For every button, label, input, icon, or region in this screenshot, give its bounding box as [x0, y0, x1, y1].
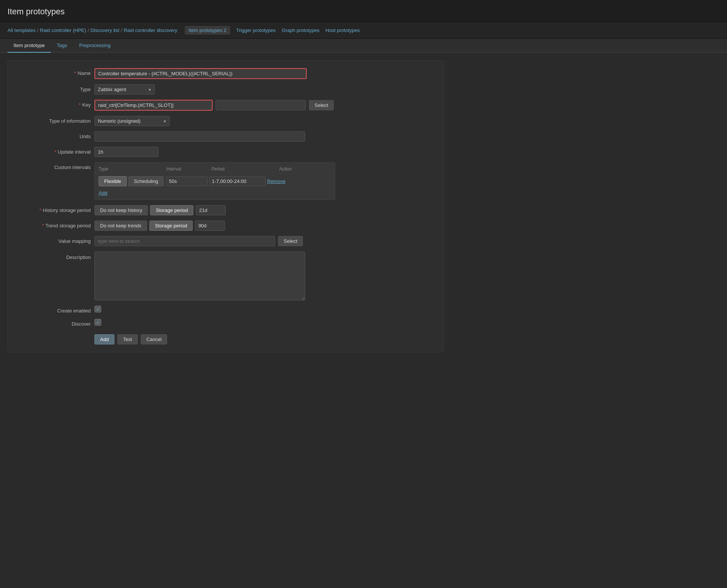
create-enabled-label: Create enabled — [15, 306, 91, 314]
ci-type-col: Type — [99, 166, 166, 172]
discover-row: Discover — [15, 319, 436, 327]
name-label: *Name — [15, 68, 91, 76]
history-value-input[interactable] — [196, 205, 226, 215]
history-no-keep-btn[interactable]: Do not keep history — [94, 205, 148, 215]
test-button[interactable]: Test — [117, 334, 138, 344]
history-row: *History storage period Do not keep hist… — [15, 205, 436, 215]
intervals-header: Type Interval Period Action — [99, 166, 331, 173]
history-storage-row: Do not keep history Storage period — [94, 205, 226, 215]
breadcrumb-raid-controller[interactable]: Raid controller (HPE) — [40, 27, 86, 33]
form-section: *Name Type Zabbix agent ▼ *Key — [8, 60, 444, 352]
breadcrumb-discovery-list[interactable]: Discovery list — [91, 27, 120, 33]
breadcrumb-sep-3: / — [121, 27, 122, 33]
units-row: Units — [15, 131, 436, 142]
name-input[interactable] — [95, 69, 306, 78]
name-row: *Name — [15, 68, 436, 79]
history-storage-btn[interactable]: Storage period — [150, 205, 193, 215]
key-input-wrapper — [94, 100, 213, 111]
form-tab-bar: Item prototype Tags Preprocessing — [0, 39, 727, 53]
description-row: Description — [15, 251, 436, 300]
ci-action-col: Action — [279, 166, 331, 172]
type-select-wrapper: Zabbix agent ▼ — [94, 84, 155, 94]
update-interval-input[interactable] — [94, 147, 158, 157]
value-mapping-row: Value mapping Select — [15, 236, 436, 246]
discover-label: Discover — [15, 319, 91, 327]
custom-interval-row: Flexible Scheduling Remove — [99, 176, 331, 186]
key-extra-input[interactable] — [216, 100, 306, 110]
ci-interval-input[interactable] — [166, 177, 208, 186]
description-textarea[interactable] — [94, 251, 305, 300]
key-label: *Key — [15, 100, 91, 108]
key-row: *Key Select — [15, 100, 436, 111]
description-label: Description — [15, 251, 91, 260]
discover-checkbox-wrap — [94, 319, 101, 326]
ci-interval-col: Interval — [166, 166, 211, 172]
units-input[interactable] — [94, 131, 305, 142]
type-row: Type Zabbix agent ▼ — [15, 84, 436, 94]
tab-tags[interactable]: Tags — [51, 39, 73, 53]
cancel-button[interactable]: Cancel — [141, 334, 167, 344]
trend-value-input[interactable] — [195, 221, 225, 231]
ci-period-col: Period — [211, 166, 279, 172]
create-enabled-checkbox[interactable] — [94, 306, 101, 312]
discover-checkbox[interactable] — [94, 319, 101, 326]
type-of-info-label: Type of information — [15, 116, 91, 124]
breadcrumb: All templates / Raid controller (HPE) / … — [0, 22, 727, 39]
units-label: Units — [15, 131, 91, 139]
breadcrumb-sep-2: / — [88, 27, 89, 33]
custom-intervals-row: Custom intervals Type Interval Period Ac… — [15, 162, 436, 200]
page-header: Item prototypes — [0, 0, 727, 22]
trend-no-keep-btn[interactable]: Do not keep trends — [94, 221, 147, 231]
breadcrumb-raid-discovery[interactable]: Raid controller discovery — [124, 27, 177, 33]
content-area: *Name Type Zabbix agent ▼ *Key — [0, 53, 452, 360]
ci-scheduling-btn[interactable]: Scheduling — [128, 176, 164, 186]
ci-period-input[interactable] — [209, 177, 266, 186]
value-mapping-label: Value mapping — [15, 236, 91, 244]
value-mapping-select-btn[interactable]: Select — [278, 236, 303, 246]
tab-preprocessing[interactable]: Preprocessing — [73, 39, 117, 53]
value-mapping-input[interactable] — [94, 236, 275, 246]
type-of-info-row: Type of information Numeric (unsigned) ▼ — [15, 116, 436, 126]
type-label: Type — [15, 84, 91, 92]
top-tab-trigger-prototypes[interactable]: Trigger prototypes — [236, 27, 276, 33]
ci-add-btn[interactable]: Add — [99, 190, 107, 196]
update-interval-row: *Update interval — [15, 147, 436, 157]
custom-intervals-label: Custom intervals — [15, 162, 91, 170]
create-enabled-checkbox-wrap — [94, 306, 101, 312]
key-select-button[interactable]: Select — [309, 100, 334, 110]
type-of-info-select-wrapper: Numeric (unsigned) ▼ — [94, 116, 170, 126]
custom-intervals-inner: Type Interval Period Action Flexible Sch… — [94, 162, 335, 200]
trend-label: *Trend storage period — [15, 221, 91, 228]
ci-flexible-btn[interactable]: Flexible — [99, 176, 127, 186]
action-buttons: Add Test Cancel — [15, 334, 436, 344]
history-label: *History storage period — [15, 205, 91, 213]
update-interval-label: *Update interval — [15, 147, 91, 155]
trend-storage-btn[interactable]: Storage period — [149, 221, 193, 231]
top-tab-graph-prototypes[interactable]: Graph prototypes — [282, 27, 319, 33]
trend-storage-row: Do not keep trends Storage period — [94, 221, 225, 231]
type-select[interactable]: Zabbix agent — [94, 84, 155, 94]
create-enabled-row: Create enabled — [15, 306, 436, 314]
breadcrumb-sep-1: / — [37, 27, 38, 33]
name-input-wrapper — [94, 68, 307, 79]
ci-remove-btn[interactable]: Remove — [267, 178, 285, 184]
breadcrumb-all-templates[interactable]: All templates — [8, 27, 35, 33]
key-input[interactable] — [95, 101, 212, 110]
top-tab-host-prototypes[interactable]: Host prototypes — [325, 27, 360, 33]
tab-item-prototype[interactable]: Item prototype — [8, 39, 51, 53]
add-button[interactable]: Add — [94, 334, 114, 344]
type-of-info-select[interactable]: Numeric (unsigned) — [94, 116, 170, 126]
top-tab-item-prototypes[interactable]: Item prototypes 2 — [185, 26, 230, 35]
value-mapping-wrap: Select — [94, 236, 303, 246]
page-title: Item prototypes — [8, 7, 719, 17]
trend-row: *Trend storage period Do not keep trends… — [15, 221, 436, 231]
